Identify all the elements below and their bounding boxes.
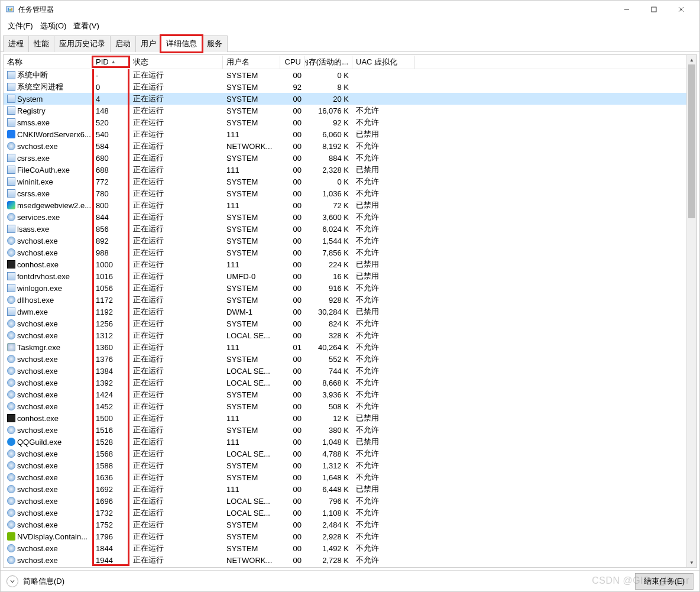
table-row[interactable]: FileCoAuth.exe688正在运行111002,328 K已禁用 bbox=[4, 164, 689, 176]
table-row[interactable]: svchost.exe892正在运行SYSTEM001,544 K不允许 bbox=[4, 235, 689, 247]
cell-user: LOCAL SE... bbox=[223, 378, 280, 388]
cell-status: 正在运行 bbox=[129, 471, 223, 483]
cell-name: svchost.exe bbox=[4, 508, 92, 518]
cell-name: 系统空闲进程 bbox=[4, 81, 92, 93]
table-row[interactable]: svchost.exe1568正在运行LOCAL SE...004,788 K不… bbox=[4, 448, 689, 460]
table-row[interactable]: msedgewebview2.e...800正在运行1110072 K已禁用 bbox=[4, 199, 689, 211]
table-row[interactable]: svchost.exe1424正在运行SYSTEM003,936 K不允许 bbox=[4, 389, 689, 400]
scroll-up-icon[interactable]: ▲ bbox=[687, 55, 696, 64]
menu-options[interactable]: 选项(O) bbox=[38, 20, 69, 31]
col-header-pid-label: PID bbox=[96, 57, 109, 66]
col-header-status[interactable]: 状态 bbox=[129, 56, 223, 69]
cell-name: svchost.exe bbox=[4, 461, 92, 471]
table-row[interactable]: 系统中断-正在运行SYSTEM000 K bbox=[4, 69, 689, 81]
scrollbar-thumb[interactable] bbox=[688, 64, 695, 218]
cell-user: LOCAL SE... bbox=[223, 366, 280, 376]
cell-pid: 780 bbox=[92, 189, 129, 199]
col-header-user[interactable]: 用户名 bbox=[223, 56, 280, 69]
cell-name: conhost.exe bbox=[4, 260, 92, 270]
table-row[interactable]: dwm.exe1192正在运行DWM-10030,284 K已禁用 bbox=[4, 306, 689, 318]
cell-name: svchost.exe bbox=[4, 555, 92, 565]
tab-startup[interactable]: 启动 bbox=[110, 35, 136, 52]
table-row[interactable]: svchost.exe1256正在运行SYSTEM00824 K不允许 bbox=[4, 318, 689, 329]
table-row[interactable]: wininit.exe772正在运行SYSTEM000 K不允许 bbox=[4, 176, 689, 187]
tab-users[interactable]: 用户 bbox=[135, 35, 161, 52]
table-row[interactable]: svchost.exe1844正在运行SYSTEM001,492 K不允许 bbox=[4, 542, 689, 554]
cell-name: wininit.exe bbox=[4, 177, 92, 187]
cell-cpu: 00 bbox=[280, 260, 305, 270]
table-row[interactable]: CNKIWordServerx6...540正在运行111006,060 K已禁… bbox=[4, 128, 689, 140]
table-row[interactable]: NVDisplay.Contain...1796正在运行SYSTEM002,92… bbox=[4, 530, 689, 542]
table-row[interactable]: fontdrvhost.exe1016正在运行UMFD-00016 K已禁用 bbox=[4, 270, 689, 282]
scroll-down-icon[interactable]: ▼ bbox=[687, 558, 696, 567]
maximize-button[interactable] bbox=[640, 1, 667, 18]
end-task-button[interactable]: 结束任务(E) bbox=[635, 573, 693, 590]
table-row[interactable]: svchost.exe584正在运行NETWORK...008,192 K不允许 bbox=[4, 140, 689, 152]
table-row[interactable]: svchost.exe1384正在运行LOCAL SE...00744 K不允许 bbox=[4, 365, 689, 377]
table-row[interactable]: svchost.exe1452正在运行SYSTEM00508 K不允许 bbox=[4, 400, 689, 412]
menu-file[interactable]: 文件(F) bbox=[5, 20, 35, 31]
table-row[interactable]: svchost.exe1588正在运行SYSTEM001,312 K不允许 bbox=[4, 460, 689, 471]
tab-details[interactable]: 详细信息 bbox=[161, 35, 202, 52]
tab-app-history[interactable]: 应用历史记录 bbox=[54, 35, 111, 52]
table-row[interactable]: svchost.exe1392正在运行LOCAL SE...008,668 K不… bbox=[4, 377, 689, 389]
col-header-mem[interactable]: 内存(活动的... bbox=[305, 56, 352, 69]
cell-status: 正在运行 bbox=[129, 365, 223, 377]
table-row[interactable]: lsass.exe856正在运行SYSTEM006,024 K不允许 bbox=[4, 223, 689, 235]
cell-name: csrss.exe bbox=[4, 189, 92, 199]
cell-pid: 688 bbox=[92, 165, 129, 175]
table-row[interactable]: svchost.exe1692正在运行111006,448 K已禁用 bbox=[4, 483, 689, 495]
cell-user: 111 bbox=[223, 130, 280, 140]
table-row[interactable]: dllhost.exe1172正在运行SYSTEM00928 K不允许 bbox=[4, 294, 689, 306]
table-row[interactable]: smss.exe520正在运行SYSTEM0092 K不允许 bbox=[4, 117, 689, 128]
table-row[interactable]: services.exe844正在运行SYSTEM003,600 K不允许 bbox=[4, 211, 689, 223]
cell-status: 正在运行 bbox=[129, 542, 223, 554]
cell-pid: 1696 bbox=[92, 496, 129, 506]
cell-cpu: 00 bbox=[280, 366, 305, 376]
table-row[interactable]: csrss.exe680正在运行SYSTEM00884 K不允许 bbox=[4, 152, 689, 164]
table-row[interactable]: svchost.exe1752正在运行SYSTEM002,484 K不允许 bbox=[4, 519, 689, 530]
table-row[interactable]: svchost.exe1732正在运行LOCAL SE...001,108 K不… bbox=[4, 507, 689, 519]
cell-pid: 856 bbox=[92, 224, 129, 234]
col-header-cpu[interactable]: CPU bbox=[280, 56, 305, 67]
cell-mem: 1,492 K bbox=[305, 544, 352, 554]
cell-user: LOCAL SE... bbox=[223, 331, 280, 341]
table-row[interactable]: csrss.exe780正在运行SYSTEM001,036 K不允许 bbox=[4, 187, 689, 199]
cell-uac: 不允许 bbox=[352, 460, 415, 471]
table-row[interactable]: winlogon.exe1056正在运行SYSTEM00916 K不允许 bbox=[4, 282, 689, 294]
table-row[interactable]: System4正在运行SYSTEM0020 K bbox=[4, 93, 689, 105]
table-row[interactable]: svchost.exe1944正在运行NETWORK...002,728 K不允… bbox=[4, 554, 689, 566]
table-row[interactable]: svchost.exe1312正在运行LOCAL SE...00328 K不允许 bbox=[4, 329, 689, 341]
table-row[interactable]: svchost.exe1696正在运行LOCAL SE...00796 K不允许 bbox=[4, 495, 689, 507]
tab-services[interactable]: 服务 bbox=[202, 35, 228, 52]
vertical-scrollbar[interactable]: ▲ ▼ bbox=[686, 55, 696, 567]
close-button[interactable] bbox=[667, 1, 695, 18]
table-row[interactable]: svchost.exe1516正在运行SYSTEM00380 K不允许 bbox=[4, 424, 689, 436]
col-header-pid[interactable]: PID▲ bbox=[92, 56, 129, 67]
process-name: svchost.exe bbox=[17, 556, 58, 565]
table-row[interactable]: conhost.exe1500正在运行1110012 K已禁用 bbox=[4, 412, 689, 424]
table-row[interactable]: svchost.exe988正在运行SYSTEM007,856 K不允许 bbox=[4, 247, 689, 258]
table-row[interactable]: Registry148正在运行SYSTEM0016,076 K不允许 bbox=[4, 105, 689, 117]
cell-cpu: 00 bbox=[280, 520, 305, 530]
table-row[interactable]: conhost.exe1000正在运行11100224 K已禁用 bbox=[4, 258, 689, 270]
fewer-details-toggle[interactable] bbox=[7, 575, 18, 587]
menu-view[interactable]: 查看(V) bbox=[71, 20, 101, 31]
table-row[interactable]: svchost.exe1376正在运行SYSTEM00552 K不允许 bbox=[4, 353, 689, 365]
svg-rect-1 bbox=[8, 8, 9, 11]
col-header-uac[interactable]: UAC 虚拟化 bbox=[352, 56, 415, 69]
cell-cpu: 00 bbox=[280, 130, 305, 140]
table-row[interactable]: Taskmgr.exe1360正在运行1110140,264 K不允许 bbox=[4, 341, 689, 353]
table-row[interactable]: svchost.exe1636正在运行SYSTEM001,648 K不允许 bbox=[4, 471, 689, 483]
col-header-name[interactable]: 名称 bbox=[4, 56, 92, 69]
fewer-details-label[interactable]: 简略信息(D) bbox=[23, 576, 64, 587]
table-row[interactable]: QQGuild.exe1528正在运行111001,048 K已禁用 bbox=[4, 436, 689, 448]
minimize-button[interactable] bbox=[613, 1, 640, 18]
titlebar[interactable]: 任务管理器 bbox=[1, 1, 699, 18]
table-row[interactable]: 系统空闲进程0正在运行SYSTEM928 K bbox=[4, 81, 689, 93]
cell-pid: 844 bbox=[92, 212, 129, 222]
process-name: svchost.exe bbox=[17, 355, 58, 364]
tab-processes[interactable]: 进程 bbox=[3, 35, 29, 52]
process-icon bbox=[7, 509, 15, 517]
tab-performance[interactable]: 性能 bbox=[28, 35, 54, 52]
